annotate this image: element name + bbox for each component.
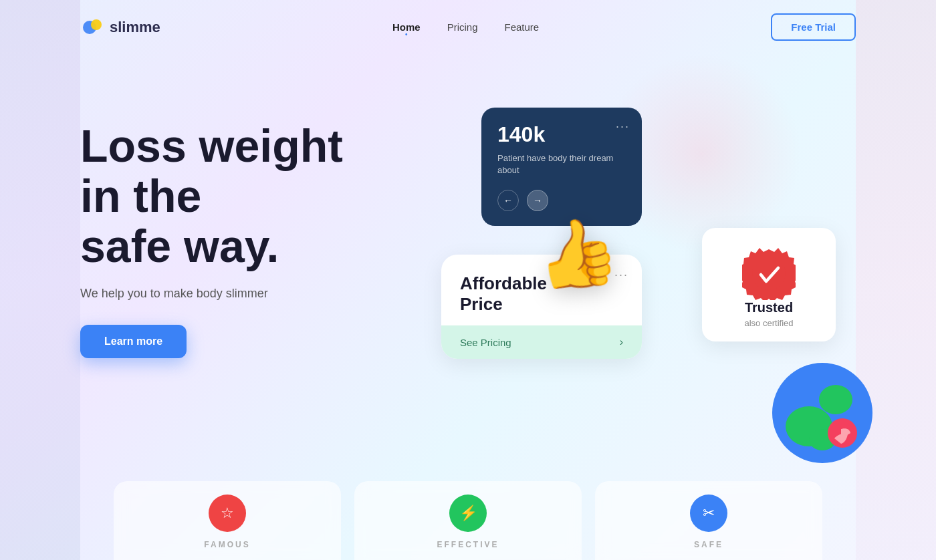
stats-number: 140k [497, 122, 626, 147]
see-pricing-arrow[interactable]: › [620, 336, 623, 348]
see-pricing-link[interactable]: See Pricing [460, 337, 511, 348]
affordable-footer: See Pricing › [441, 325, 642, 359]
stats-next-arrow[interactable]: → [527, 190, 548, 211]
svg-point-6 [819, 385, 852, 414]
nav-pricing[interactable]: Pricing [447, 21, 478, 33]
bolt-icon: ⚡ [459, 505, 477, 522]
logo-icon [80, 15, 104, 39]
hero-content-left: Loss weight in the safe way. We help you… [80, 81, 428, 358]
thumbs-up-emoji: 👍 [529, 208, 625, 300]
globe-emoji [769, 360, 876, 488]
stats-description: Patient have body their dream about [497, 152, 626, 176]
hero-subtitle: We help you to make body slimmer [80, 287, 428, 301]
trusted-title: Trusted [745, 300, 793, 315]
certified-badge-icon [742, 247, 796, 300]
trusted-card: Trusted also certified [702, 228, 836, 341]
free-trial-button[interactable]: Free Trial [771, 13, 856, 41]
nav-feature[interactable]: Feature [504, 21, 539, 33]
star-icon: ☆ [221, 505, 234, 522]
svg-point-3 [752, 257, 786, 290]
famous-icon-circle: ☆ [209, 495, 246, 532]
trusted-subtitle: also certified [745, 318, 794, 328]
hero-content-right: ··· 140k Patient have body their dream a… [428, 94, 856, 495]
navbar: slimme Home Pricing Feature Free Trial [0, 0, 936, 54]
effective-label: EFFECTIVE [437, 540, 499, 549]
logo[interactable]: slimme [80, 15, 160, 39]
hero-title: Loss weight in the safe way. [80, 121, 428, 271]
safe-icon-circle: ✂ [690, 495, 727, 532]
feature-safe: ✂ SAFE [595, 481, 822, 560]
stats-card-menu[interactable]: ··· [616, 120, 630, 134]
scissors-icon: ✂ [703, 505, 715, 522]
feature-effective: ⚡ EFFECTIVE [354, 481, 582, 560]
stats-prev-arrow[interactable]: ← [497, 190, 519, 211]
nav-links: Home Pricing Feature [392, 21, 539, 33]
safe-label: SAFE [694, 540, 723, 549]
nav-home[interactable]: Home [392, 21, 421, 33]
famous-label: FAMOUS [204, 540, 250, 549]
learn-more-button[interactable]: Learn more [80, 325, 187, 358]
svg-point-1 [91, 19, 102, 30]
feature-famous: ☆ FAMOUS [114, 481, 341, 560]
effective-icon-circle: ⚡ [449, 495, 487, 532]
stats-card: ··· 140k Patient have body their dream a… [481, 108, 642, 226]
logo-name: slimme [110, 19, 160, 36]
bottom-features: ☆ FAMOUS ⚡ EFFECTIVE ✂ SAFE [0, 481, 936, 560]
